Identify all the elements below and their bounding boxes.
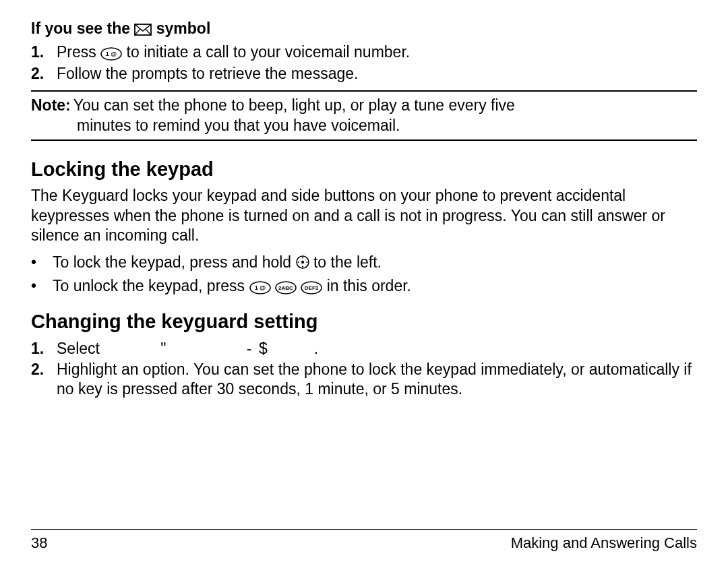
svg-point-6 — [301, 266, 303, 267]
chapter-title: Making and Answering Calls — [511, 534, 697, 553]
note-block: Note: You can set the phone to beep, lig… — [31, 90, 697, 141]
key-1-icon: 1 @ — [100, 47, 122, 61]
page-number: 38 — [31, 534, 47, 553]
bullet-dot: • — [31, 253, 40, 272]
locking-bullets: • To lock the keypad, press and hold to … — [31, 253, 697, 296]
step-text: Follow the prompts to retrieve the messa… — [57, 64, 697, 84]
nav-key-icon — [296, 255, 309, 269]
heading-locking-keypad: Locking the keypad — [31, 157, 697, 182]
step-marker: 2. — [31, 64, 47, 84]
envelope-icon — [134, 24, 152, 36]
changing-steps: 1. Select " - $ . 2. Highlight an option… — [31, 339, 697, 400]
svg-point-8 — [306, 261, 307, 263]
manual-page: If you see the symbol 1. Press 1 @ t — [0, 0, 728, 562]
svg-point-4 — [301, 260, 303, 263]
bullet-text: To lock the keypad, press and hold to th… — [53, 253, 697, 272]
step-marker: 1. — [31, 42, 47, 62]
heading-changing-keyguard: Changing the keyguard setting — [31, 309, 697, 334]
svg-text:DEF3: DEF3 — [305, 285, 319, 291]
step-text: Press 1 @ to initiate a call to your voi… — [57, 42, 697, 62]
bullet-dot: • — [31, 276, 40, 296]
svg-point-5 — [301, 257, 303, 258]
step-text: Select " - $ . — [57, 339, 697, 358]
page-footer: 38 Making and Answering Calls — [31, 529, 697, 553]
note-line-2: minutes to remind you that you have voic… — [31, 116, 697, 135]
svg-text:2ABC: 2ABC — [278, 285, 293, 291]
note-label: Note: — [31, 96, 71, 115]
key-1-icon: 1 @ — [249, 281, 271, 294]
svg-point-7 — [297, 261, 299, 263]
key-3-icon: DEF3 — [301, 281, 322, 294]
bullet-text: To unlock the keypad, press 1 @ 2ABC — [53, 276, 697, 296]
subhead-suffix: symbol — [156, 20, 211, 37]
svg-text:1 @: 1 @ — [106, 51, 117, 57]
note-line-1: You can set the phone to beep, light up,… — [73, 96, 697, 115]
step-marker: 1. — [31, 339, 47, 358]
voicemail-steps: 1. Press 1 @ to initiate a call to your … — [31, 42, 697, 84]
locking-paragraph: The Keyguard locks your keypad and side … — [31, 186, 697, 245]
voicemail-subhead: If you see the symbol — [31, 19, 697, 38]
subhead-prefix: If you see the — [31, 20, 130, 37]
svg-text:1 @: 1 @ — [254, 284, 266, 291]
menu-path-placeholder: " - $ . — [104, 340, 320, 357]
step-text: Highlight an option. You can set the pho… — [57, 360, 697, 400]
step-marker: 2. — [31, 360, 47, 400]
key-2-icon: 2ABC — [275, 281, 297, 294]
